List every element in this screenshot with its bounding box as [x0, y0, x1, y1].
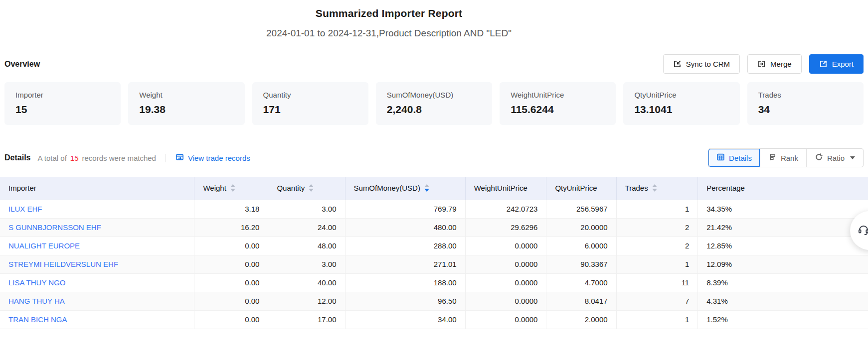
matched-summary: A total of 15 records were matched	[37, 154, 156, 162]
cell-trades: 2	[616, 218, 698, 237]
table-header-row: ImporterWeightQuantitySumOfMoney(USD)Wei…	[0, 177, 868, 200]
cell-percentage: 34.35%	[698, 200, 868, 218]
stat-card-quantity: Quantity171	[252, 82, 368, 125]
table-header: ImporterWeightQuantitySumOfMoney(USD)Wei…	[0, 177, 868, 200]
cell-qty-unit-price: 4.7000	[546, 273, 616, 292]
cell-qty-unit-price: 6.0000	[546, 237, 616, 255]
column-header-trades[interactable]: Trades	[616, 177, 698, 200]
sync-to-crm-icon	[673, 60, 682, 68]
ratio-icon	[815, 153, 823, 163]
cell-sum-of-money-usd: 271.01	[345, 255, 465, 273]
table-row: HANG THUY HA0.0012.0096.500.00008.041774…	[0, 292, 868, 310]
table-row: LISA THUY NGO0.0040.00188.000.00004.7000…	[0, 273, 868, 292]
importer-link[interactable]: S GUNNBJORNSSON EHF	[8, 223, 101, 232]
cell-weight-unit-price: 0.0000	[465, 237, 546, 255]
column-header-weight[interactable]: Weight	[194, 177, 268, 200]
column-header-quantity[interactable]: Quantity	[268, 177, 345, 200]
importer-link[interactable]: LISA THUY NGO	[8, 278, 66, 287]
overview-toolbar: Overview Sync to CRM Merge	[4, 54, 864, 74]
importer-link[interactable]: STREYMI HEILDVERSLUN EHF	[8, 260, 118, 268]
cell-trades: 1	[616, 310, 698, 329]
sort-icon[interactable]	[652, 184, 657, 192]
column-header-sum-of-money-usd[interactable]: SumOfMoney(USD)	[345, 177, 465, 200]
column-header-weight-unit-price: WeightUnitPrice	[465, 177, 546, 200]
cell-weight-unit-price: 29.6296	[465, 218, 546, 237]
cell-sum-of-money-usd: 34.00	[345, 310, 465, 329]
cell-weight: 3.18	[194, 200, 268, 218]
cell-weight-unit-price: 0.0000	[465, 292, 546, 310]
cell-quantity: 3.00	[268, 200, 345, 218]
matched-suffix: records were matched	[82, 154, 156, 162]
cell-importer: NUALIGHT EUROPE	[0, 237, 194, 255]
stat-label: Quantity	[263, 91, 357, 99]
cell-trades: 2	[616, 237, 698, 255]
cell-percentage: 8.39%	[698, 273, 868, 292]
view-mode-details-label: Details	[729, 154, 752, 162]
details-toolbar: Details A total of 15 records were match…	[4, 148, 864, 167]
chevron-down-icon	[850, 156, 855, 159]
column-label: Trades	[625, 184, 648, 192]
table-row: TRAN BICH NGA0.0017.0034.000.00002.00001…	[0, 310, 868, 329]
page-title: Summarized Importer Report	[0, 7, 778, 19]
cell-percentage: 12.09%	[698, 255, 868, 273]
export-button[interactable]: Export	[809, 54, 864, 74]
cell-importer: ILUX EHF	[0, 200, 194, 218]
sort-caret-up	[652, 184, 657, 187]
cell-qty-unit-price: 8.0417	[546, 292, 616, 310]
view-trade-records-link[interactable]: View trade records	[175, 153, 250, 163]
cell-weight: 0.00	[194, 292, 268, 310]
stat-value: 15	[15, 104, 110, 116]
cell-quantity: 3.00	[268, 255, 345, 273]
sort-caret-up	[424, 184, 429, 187]
headset-icon	[857, 223, 868, 238]
column-label: Percentage	[706, 184, 745, 192]
importer-link[interactable]: TRAN BICH NGA	[8, 315, 67, 324]
stat-value: 13.1041	[634, 104, 728, 116]
view-mode-rank[interactable]: Rank	[760, 149, 806, 167]
cell-qty-unit-price: 90.3367	[546, 255, 616, 273]
cell-weight: 0.00	[194, 273, 268, 292]
sort-icon[interactable]	[230, 184, 235, 192]
matched-count: 15	[70, 154, 79, 162]
cell-weight: 0.00	[194, 255, 268, 273]
cell-quantity: 12.00	[268, 292, 345, 310]
importer-link[interactable]: HANG THUY HA	[8, 297, 65, 305]
cell-sum-of-money-usd: 288.00	[345, 237, 465, 255]
stat-value: 2,240.8	[387, 104, 481, 116]
sync-to-crm-label: Sync to CRM	[686, 60, 730, 68]
view-mode-rank-label: Rank	[781, 154, 798, 162]
cell-weight-unit-price: 0.0000	[465, 255, 546, 273]
column-label: WeightUnitPrice	[474, 184, 527, 192]
sort-icon[interactable]	[424, 184, 429, 192]
view-mode-details[interactable]: Details	[708, 149, 760, 167]
column-header-qty-unit-price: QtyUnitPrice	[546, 177, 616, 200]
column-label: QtyUnitPrice	[555, 184, 597, 192]
stat-card-importer: Importer15	[4, 82, 121, 125]
table-row: S GUNNBJORNSSON EHF16.2024.00480.0029.62…	[0, 218, 868, 237]
stat-label: QtyUnitPrice	[634, 91, 728, 99]
stat-card-weightunitprice: WeightUnitPrice115.6244	[500, 82, 616, 125]
cell-quantity: 24.00	[268, 218, 345, 237]
cell-sum-of-money-usd: 96.50	[345, 292, 465, 310]
importer-link[interactable]: NUALIGHT EUROPE	[8, 241, 80, 250]
page-subtitle: 2024-01-01 to 2024-12-31,Product Descrip…	[0, 28, 778, 39]
cell-sum-of-money-usd: 480.00	[345, 218, 465, 237]
cell-percentage: 21.42%	[698, 218, 868, 237]
cell-importer: TRAN BICH NGA	[0, 310, 194, 329]
column-label: SumOfMoney(USD)	[354, 184, 420, 192]
merge-button[interactable]: Merge	[747, 54, 802, 74]
importer-link[interactable]: ILUX EHF	[8, 205, 42, 213]
merge-icon	[757, 60, 766, 68]
sync-to-crm-button[interactable]: Sync to CRM	[663, 54, 740, 74]
export-label: Export	[832, 60, 854, 68]
sort-icon[interactable]	[309, 184, 314, 192]
divider	[166, 154, 166, 162]
table-row: NUALIGHT EUROPE0.0048.00288.000.00006.00…	[0, 237, 868, 255]
stats-row: Importer15Weight19.38Quantity171SumOfMon…	[4, 82, 864, 125]
table-body: ILUX EHF3.183.00769.79242.0723256.596713…	[0, 200, 868, 329]
cell-qty-unit-price: 20.0000	[546, 218, 616, 237]
stat-value: 19.38	[139, 104, 233, 116]
cell-weight-unit-price: 242.0723	[465, 200, 546, 218]
cell-weight-unit-price: 0.0000	[465, 310, 546, 329]
view-mode-ratio[interactable]: Ratio	[806, 149, 863, 167]
